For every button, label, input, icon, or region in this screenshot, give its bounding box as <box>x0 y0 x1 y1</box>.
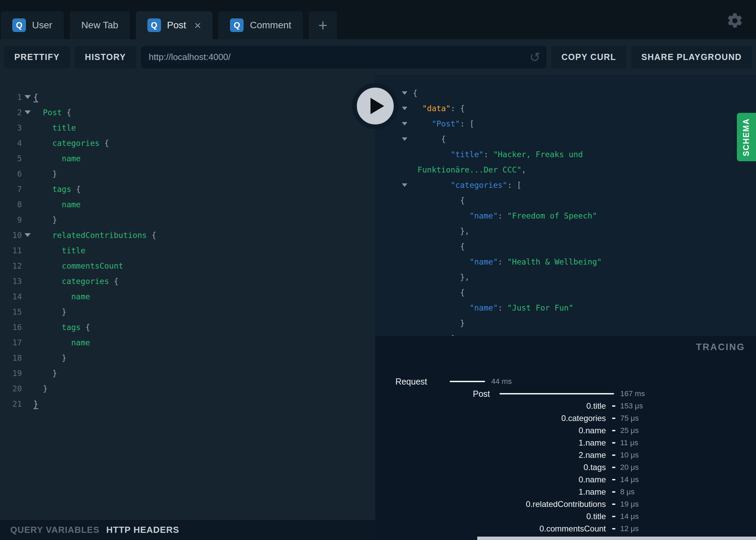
code-text: categories { <box>33 277 118 286</box>
editor-line: 12 commentsCount <box>0 258 375 273</box>
fold-column <box>402 183 413 187</box>
response-text: "data": { <box>413 104 465 113</box>
editor-lines[interactable]: 1{2 Post {3 title4 categories {5 name6 }… <box>0 75 375 520</box>
code-text: relatedContributions { <box>33 231 156 240</box>
code-text: tags { <box>33 323 90 332</box>
history-button[interactable]: HISTORY <box>75 46 136 69</box>
line-number: 18 <box>0 354 22 362</box>
fold-arrow-icon[interactable] <box>25 110 31 114</box>
tracing-time: 12 μs <box>620 523 639 535</box>
editor-line: 20 } <box>0 381 375 396</box>
prettify-button[interactable]: PRETTIFY <box>4 46 70 69</box>
tracing-label: 0.tags <box>375 461 606 474</box>
code-text: } <box>33 215 57 224</box>
query-type-badge: Q <box>230 18 244 32</box>
response-line: }, <box>375 223 756 239</box>
response-text: "title": "Hacker, Freaks und <box>413 150 583 159</box>
tracing-label: Request <box>375 375 427 388</box>
line-number: 6 <box>0 169 22 178</box>
line-number: 16 <box>0 323 22 332</box>
response-line: }, <box>375 269 756 285</box>
graphql-playground-window: QUserNew TabQPost×QComment+ PRETTIFY HIS… <box>0 0 756 540</box>
new-tab-button[interactable]: + <box>309 11 337 39</box>
settings-gear-icon[interactable] <box>726 12 744 29</box>
tab-new-tab[interactable]: New Tab <box>70 11 130 39</box>
line-number: 4 <box>0 139 22 148</box>
horizontal-scrollbar[interactable] <box>477 537 756 540</box>
tracing-label: 0.name <box>375 424 606 437</box>
tracing-label: 0.commentsCount <box>375 523 606 535</box>
schema-side-tab[interactable]: SCHEMA <box>737 113 756 161</box>
share-playground-button[interactable]: SHARE PLAYGROUND <box>631 46 752 69</box>
tab-post[interactable]: QPost× <box>136 11 213 39</box>
response-line: ] <box>375 331 756 336</box>
code-text: title <box>33 123 76 132</box>
editor-line: 1{ <box>0 89 375 105</box>
line-number: 21 <box>0 400 22 408</box>
tracing-tick <box>612 418 615 419</box>
tracing-row: 1.name11 μs <box>375 437 756 449</box>
code-text: name <box>33 154 81 163</box>
editor-line: 3 title <box>0 120 375 135</box>
response-lines[interactable]: { "data": { "Post": [ { "title": "Hacker… <box>375 75 756 336</box>
tracing-title[interactable]: TRACING <box>696 342 745 352</box>
fold-arrow-icon[interactable] <box>402 91 407 95</box>
fold-column <box>22 233 33 237</box>
line-number: 2 <box>0 108 22 117</box>
code-text: } <box>33 384 48 393</box>
line-number: 12 <box>0 261 22 270</box>
line-number: 9 <box>0 215 22 224</box>
editor-line: 5 name <box>0 151 375 166</box>
fold-arrow-icon[interactable] <box>402 107 407 110</box>
reload-schema-icon[interactable]: ↺ <box>529 51 540 64</box>
code-text: tags { <box>33 185 81 194</box>
fold-arrow-icon[interactable] <box>25 95 31 99</box>
response-line: "Post": [ <box>375 116 756 131</box>
fold-arrow-icon[interactable] <box>25 233 31 237</box>
response-line: { <box>375 239 756 254</box>
response-text: } <box>413 319 465 328</box>
tracing-duration-bar <box>450 381 485 382</box>
tracing-time: 14 μs <box>620 474 639 486</box>
response-line: } <box>375 315 756 331</box>
tracing-tick <box>612 491 615 493</box>
schema-side-tab-label: SCHEMA <box>742 118 751 156</box>
tracing-tick <box>612 430 615 431</box>
tracing-time: 25 μs <box>620 424 639 437</box>
response-text: "Post": [ <box>413 119 474 128</box>
tracing-row: 0.relatedContributions19 μs <box>375 498 756 510</box>
fold-arrow-icon[interactable] <box>402 137 407 141</box>
tracing-time: 14 μs <box>620 510 639 523</box>
endpoint-url-input[interactable] <box>148 51 529 63</box>
tracing-label: 2.name <box>375 449 606 461</box>
code-text: name <box>33 338 90 347</box>
response-text: { <box>413 135 446 144</box>
copy-curl-button[interactable]: COPY CURL <box>551 46 626 69</box>
http-headers-tab[interactable]: HTTP HEADERS <box>106 525 179 535</box>
tab-comment[interactable]: QComment <box>218 11 303 39</box>
editor-line: 18 } <box>0 350 375 365</box>
response-line: "name": "Health & Wellbeing" <box>375 254 756 269</box>
tracing-time: 44 ms <box>491 375 512 388</box>
response-line: { <box>375 85 756 101</box>
tracing-rows: Request44 msPost167 ms0.title153 μs0.cat… <box>375 375 756 540</box>
query-editor-pane[interactable]: 1{2 Post {3 title4 categories {5 name6 }… <box>0 75 375 540</box>
editor-line: 7 tags { <box>0 181 375 197</box>
editor-line: 13 categories { <box>0 273 375 289</box>
response-text: "name": "Health & Wellbeing" <box>413 257 602 266</box>
fold-arrow-icon[interactable] <box>402 183 407 187</box>
code-text: Post { <box>33 108 71 117</box>
tracing-label: Post <box>375 388 490 400</box>
fold-column <box>402 122 413 125</box>
query-variables-tab[interactable]: QUERY VARIABLES <box>10 525 100 535</box>
execute-query-button[interactable] <box>352 83 398 129</box>
fold-arrow-icon[interactable] <box>402 122 407 125</box>
tracing-time: 153 μs <box>620 400 643 412</box>
editor-line: 2 Post { <box>0 105 375 120</box>
line-number: 15 <box>0 308 22 316</box>
line-number: 20 <box>0 384 22 393</box>
response-text: "name": "Just For Fun" <box>413 303 573 312</box>
tracing-time: 19 μs <box>620 498 639 510</box>
tab-user[interactable]: QUser <box>1 11 64 39</box>
close-tab-icon[interactable]: × <box>194 19 201 31</box>
